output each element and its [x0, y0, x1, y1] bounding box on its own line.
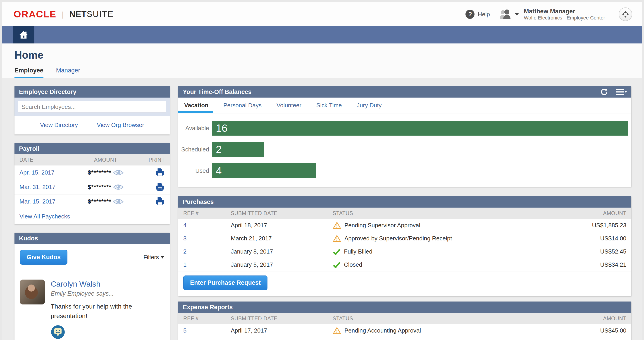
table-row-partial [178, 337, 631, 340]
dashboard: Employee Directory View Directory View O… [2, 78, 642, 340]
help-icon[interactable]: ? [466, 10, 474, 19]
chart-track: 16 [212, 121, 631, 136]
logo-divider: | [62, 10, 64, 19]
give-kudos-button[interactable]: Give Kudos [20, 250, 68, 264]
help-label[interactable]: Help [478, 11, 490, 18]
amount-cell: US$45.00 [563, 327, 626, 334]
kudos-entry: Carolyn Walsh Emily Employee says... Tha… [20, 280, 164, 340]
ref-link[interactable]: 5 [183, 327, 231, 334]
paycheck-date-link[interactable]: Mar. 31, 2017 [20, 184, 74, 190]
user-menu[interactable] [499, 9, 519, 20]
masked-amount: $******** [88, 169, 111, 176]
eye-icon[interactable] [113, 184, 124, 191]
ref-link[interactable]: 3 [183, 235, 231, 242]
submitted-date: January 5, 2017 [231, 261, 333, 268]
refresh-icon[interactable] [600, 88, 608, 96]
menu-icon[interactable] [616, 88, 627, 95]
directory-links: View Directory View Org Browser [14, 116, 170, 134]
kudos-title: Kudos [19, 235, 38, 242]
search-employees-input[interactable] [18, 101, 166, 113]
oracle-netsuite-logo: ORACLE | NET SUITE [14, 9, 114, 20]
eye-icon[interactable] [113, 198, 124, 205]
tab-volunteer[interactable]: Volunteer [276, 98, 302, 113]
purchases-header: Purchases [178, 196, 631, 208]
col-date: DATE [20, 157, 74, 163]
tab-vacation[interactable]: Vacation [184, 98, 208, 113]
status-cell: Closed [333, 261, 563, 268]
status-text: Approved by Supervisor/Pending Receipt [344, 235, 452, 242]
employee-directory-panel: Employee Directory View Directory View O… [14, 86, 170, 134]
table-row: 4 April 18, 2017 Pending Supervisor Appr… [178, 219, 631, 232]
top-bar: ORACLE | NET SUITE ? Help Matthew Manage… [2, 2, 642, 26]
kudos-message: Thanks for your help with the presentati… [51, 302, 150, 321]
chart-bar-used: 4 [212, 163, 316, 178]
help-icon-glyph: ? [468, 11, 472, 18]
page-head: Home Employee Manager [2, 44, 642, 78]
table-row: 2 January 8, 2017 Fully Billed US$52.45 [178, 245, 631, 258]
paycheck-date-link[interactable]: Apr. 15, 2017 [20, 169, 74, 176]
netsuite-logo-text-bold: NET [69, 10, 87, 19]
paycheck-amount: $******** [74, 184, 138, 191]
view-all-paychecks-link[interactable]: View All Paychecks [20, 213, 70, 220]
chart-row: Available 16 [178, 121, 631, 136]
ref-link[interactable]: 2 [183, 248, 231, 255]
tab-jury-duty[interactable]: Jury Duty [357, 98, 382, 113]
view-org-browser-link[interactable]: View Org Browser [97, 122, 144, 128]
employee-directory-title: Employee Directory [19, 88, 76, 96]
enter-purchase-request-button[interactable]: Enter Purchase Request [183, 276, 268, 290]
table-row: 3 March 21, 2017 Approved by Supervisor/… [178, 232, 631, 245]
tab-personal-days[interactable]: Personal Days [223, 98, 262, 113]
chart-category-label: Used [178, 167, 212, 174]
print-button[interactable] [155, 197, 165, 206]
print-icon [155, 197, 165, 206]
print-button[interactable] [155, 168, 165, 178]
submitted-date: March 21, 2017 [231, 235, 333, 242]
status-cell: Pending Accounting Approval [333, 327, 563, 334]
oracle-logo-text: ORACLE [14, 9, 56, 20]
home-nav-tab[interactable] [13, 26, 34, 44]
time-off-tabs: Vacation Personal Days Volunteer Sick Ti… [178, 98, 631, 114]
user-name: Matthew Manager [524, 8, 605, 15]
eye-icon[interactable] [113, 169, 124, 176]
payroll-row: Mar. 15, 2017 $******** [14, 194, 170, 209]
kudos-panel: Kudos Give Kudos Filters Carolyn Walsh E… [14, 233, 170, 340]
col-amount: AMOUNT [563, 210, 626, 216]
print-button[interactable] [155, 182, 165, 192]
home-icon [18, 30, 28, 40]
status-cell: Pending Supervisor Approval [333, 222, 563, 229]
purchases-title: Purchases [183, 198, 214, 206]
view-directory-link[interactable]: View Directory [40, 122, 78, 128]
tab-manager[interactable]: Manager [56, 67, 80, 79]
amount-cell: US$14.00 [563, 235, 626, 242]
purchases-footer: Enter Purchase Request [178, 272, 631, 296]
time-off-title: Your Time-Off Balances [183, 88, 252, 96]
status-text: Pending Accounting Approval [344, 327, 421, 334]
page-tabs: Employee Manager [14, 67, 642, 79]
tab-employee[interactable]: Employee [14, 67, 44, 79]
col-ref: REF # [183, 316, 231, 322]
chart-value: 16 [212, 122, 228, 134]
expense-reports-title: Expense Reports [183, 304, 233, 311]
filters-label: Filters [144, 254, 159, 260]
paycheck-date-link[interactable]: Mar. 15, 2017 [20, 198, 74, 205]
kudos-recipient-link[interactable]: Carolyn Walsh [51, 280, 150, 288]
personalize-dashboard-button[interactable] [619, 8, 632, 21]
time-off-bar-chart: Available 16 Scheduled 2 [178, 114, 631, 187]
employee-directory-header: Employee Directory [14, 86, 170, 98]
top-right-cluster: ? Help Matthew Manager Wolfe Electronics… [466, 8, 632, 21]
right-column: Your Time-Off Balances Vacation [178, 86, 631, 340]
warning-icon [333, 222, 341, 229]
table-row: 5 April 17, 2017 Pending Accounting Appr… [178, 324, 631, 337]
col-print: PRINT [138, 157, 165, 163]
ref-link[interactable]: 4 [183, 222, 231, 229]
paycheck-amount: $******** [74, 169, 138, 176]
status-text: Closed [344, 261, 362, 268]
ref-link[interactable]: 1 [183, 261, 231, 268]
col-ref: REF # [183, 210, 231, 216]
col-submitted-date: SUBMITTED DATE [231, 210, 333, 216]
col-amount: AMOUNT [74, 157, 138, 163]
filters-dropdown[interactable]: Filters [144, 254, 164, 260]
employee-search-band [14, 98, 170, 116]
chart-track: 2 [212, 142, 631, 157]
tab-sick-time[interactable]: Sick Time [316, 98, 342, 113]
